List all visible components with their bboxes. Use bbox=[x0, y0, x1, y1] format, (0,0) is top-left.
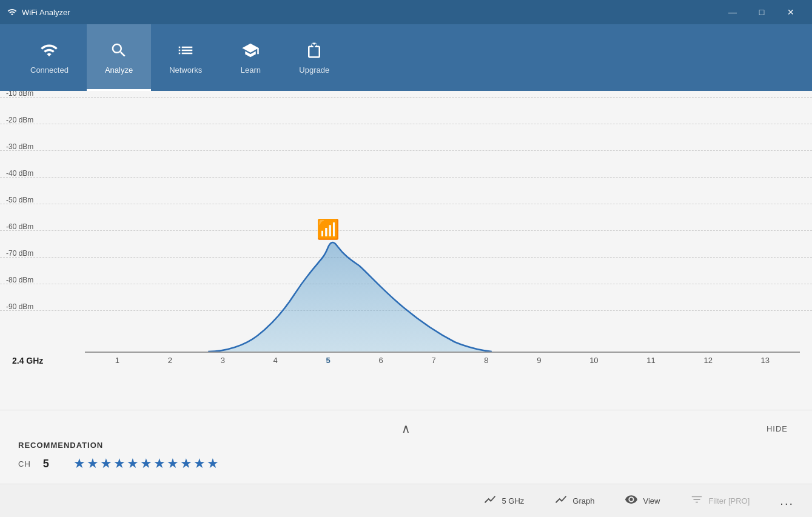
x-tick-4: 4 bbox=[273, 356, 278, 365]
main-content: -10 dBm -20 dBm -30 dBm -40 dBm -50 dBm … bbox=[0, 91, 812, 484]
close-button[interactable]: ✕ bbox=[777, 3, 805, 21]
app-icon bbox=[7, 7, 17, 17]
nav-item-upgrade[interactable]: Upgrade bbox=[281, 24, 347, 91]
y-label-30: -30 dBm bbox=[6, 142, 33, 151]
five-ghz-label: 5 GHz bbox=[502, 496, 524, 505]
analyze-icon bbox=[110, 41, 128, 62]
x-axis: 2.4 GHz 1 2 3 4 5 6 7 8 9 10 11 12 13 bbox=[85, 352, 800, 368]
star-10: ★ bbox=[193, 456, 206, 472]
y-label-10: -10 dBm bbox=[6, 91, 33, 98]
y-label-50: -50 dBm bbox=[6, 196, 33, 204]
graph-label: Graph bbox=[572, 496, 594, 505]
y-label-60: -60 dBm bbox=[6, 222, 33, 231]
x-tick-8: 8 bbox=[484, 356, 488, 365]
x-tick-2: 2 bbox=[168, 356, 172, 365]
five-ghz-icon bbox=[483, 493, 497, 509]
collapse-row: ∧ HIDE bbox=[18, 416, 794, 441]
upgrade-icon bbox=[305, 41, 323, 62]
x-tick-6: 6 bbox=[378, 356, 383, 365]
star-5: ★ bbox=[127, 456, 139, 472]
chart-area: -10 dBm -20 dBm -30 dBm -40 dBm -50 dBm … bbox=[0, 91, 812, 410]
graph-icon bbox=[554, 493, 568, 509]
learn-icon bbox=[241, 41, 260, 62]
star-4: ★ bbox=[113, 456, 126, 472]
more-button[interactable]: ... bbox=[774, 490, 800, 512]
recommendation-panel: ∧ HIDE RECOMMENDATION CH 5 ★ ★ ★ ★ ★ ★ ★… bbox=[0, 410, 812, 484]
x-tick-1: 1 bbox=[115, 356, 119, 365]
x-tick-3: 3 bbox=[221, 356, 225, 365]
hide-button[interactable]: HIDE bbox=[767, 424, 788, 433]
y-label-40: -40 dBm bbox=[6, 169, 33, 178]
chart-inner: -10 dBm -20 dBm -30 dBm -40 dBm -50 dBm … bbox=[0, 97, 812, 352]
star-9: ★ bbox=[180, 456, 192, 472]
star-2: ★ bbox=[87, 456, 99, 472]
star-6: ★ bbox=[140, 456, 152, 472]
maximize-button[interactable]: □ bbox=[748, 3, 776, 21]
networks-icon bbox=[176, 41, 195, 62]
x-axis-container: 2.4 GHz 1 2 3 4 5 6 7 8 9 10 11 12 13 bbox=[0, 352, 812, 368]
x-tick-5-active: 5 bbox=[326, 356, 331, 365]
nav-item-connected[interactable]: Connected bbox=[12, 24, 87, 91]
y-label-80: -80 dBm bbox=[6, 276, 33, 284]
view-icon bbox=[625, 493, 638, 509]
app-title: WiFi Analyzer bbox=[22, 8, 70, 17]
x-tick-7: 7 bbox=[431, 356, 435, 365]
ch-value: 5 bbox=[43, 458, 61, 470]
svg-text:📶: 📶 bbox=[317, 218, 340, 241]
star-8: ★ bbox=[167, 456, 179, 472]
nav-label-analyze: Analyze bbox=[105, 65, 133, 75]
star-rating: ★ ★ ★ ★ ★ ★ ★ ★ ★ ★ ★ bbox=[73, 456, 219, 472]
recommendation-title: RECOMMENDATION bbox=[18, 441, 794, 450]
bottom-bar: 5 GHz Graph View Filter [PRO] ... bbox=[0, 484, 812, 517]
five-ghz-button[interactable]: 5 GHz bbox=[477, 489, 530, 513]
signal-svg: 📶 bbox=[85, 97, 800, 352]
star-7: ★ bbox=[153, 456, 166, 472]
x-tick-11: 11 bbox=[646, 356, 655, 365]
x-axis-label: 2.4 GHz bbox=[12, 356, 43, 365]
graph-button[interactable]: Graph bbox=[548, 489, 600, 513]
star-11: ★ bbox=[207, 456, 219, 472]
ch-label: CH bbox=[18, 459, 31, 469]
nav-bar: Connected Analyze Networks Learn bbox=[0, 24, 812, 91]
x-tick-12: 12 bbox=[703, 356, 712, 365]
x-tick-9: 9 bbox=[537, 356, 541, 365]
signal-chart: 📶 bbox=[85, 97, 800, 352]
filter-button[interactable]: Filter [PRO] bbox=[684, 489, 756, 513]
y-label-20: -20 dBm bbox=[6, 116, 33, 124]
nav-label-learn: Learn bbox=[241, 65, 261, 75]
nav-item-networks[interactable]: Networks bbox=[151, 24, 220, 91]
filter-icon bbox=[690, 493, 703, 509]
title-bar-controls: — □ ✕ bbox=[719, 3, 805, 21]
title-bar: WiFi Analyzer — □ ✕ bbox=[0, 0, 812, 24]
y-label-90: -90 dBm bbox=[6, 302, 33, 311]
title-bar-left: WiFi Analyzer bbox=[7, 7, 70, 17]
nav-item-learn[interactable]: Learn bbox=[220, 24, 281, 91]
x-tick-13: 13 bbox=[761, 356, 770, 365]
wifi-icon bbox=[40, 41, 58, 62]
minimize-button[interactable]: — bbox=[719, 3, 747, 21]
recommendation-row: CH 5 ★ ★ ★ ★ ★ ★ ★ ★ ★ ★ ★ bbox=[18, 456, 794, 472]
nav-label-upgrade: Upgrade bbox=[299, 65, 329, 75]
view-label: View bbox=[643, 496, 660, 505]
nav-label-networks: Networks bbox=[169, 65, 202, 75]
y-label-70: -70 dBm bbox=[6, 249, 33, 258]
star-1: ★ bbox=[73, 456, 86, 472]
nav-label-connected: Connected bbox=[30, 65, 69, 75]
x-ticks: 1 2 3 4 5 6 7 8 9 10 11 12 13 bbox=[85, 356, 800, 365]
view-button[interactable]: View bbox=[619, 489, 666, 513]
collapse-arrow-icon[interactable]: ∧ bbox=[401, 421, 411, 436]
nav-item-analyze[interactable]: Analyze bbox=[87, 24, 151, 91]
x-tick-10: 10 bbox=[589, 356, 598, 365]
signal-wifi-icon: 📶 bbox=[317, 218, 340, 241]
star-3: ★ bbox=[100, 456, 112, 472]
filter-label: Filter [PRO] bbox=[708, 496, 750, 505]
